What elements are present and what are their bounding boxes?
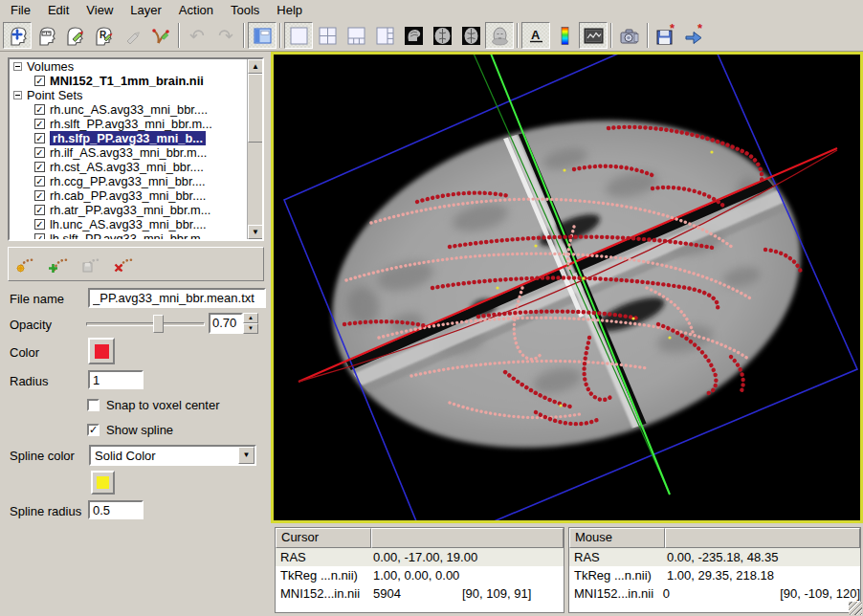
sagittal-view-icon[interactable]: [399, 22, 428, 49]
render-view-3d[interactable]: [271, 52, 863, 523]
cursor-table-header-spacer: [371, 528, 564, 548]
spin-up-icon[interactable]: ▲: [243, 313, 258, 323]
coord-space-label: RAS: [569, 548, 665, 566]
coronal-view-icon[interactable]: [428, 22, 456, 49]
screenshot-icon[interactable]: [615, 22, 644, 49]
resize-grip[interactable]: [849, 602, 862, 615]
file-name-input[interactable]: [88, 288, 266, 308]
tree-row[interactable]: rh.ccg_PP.avg33_mni_bbr....: [10, 174, 247, 188]
roi-edit-head-icon[interactable]: R: [89, 22, 118, 49]
edit-pencil-icon[interactable]: [118, 22, 146, 49]
menu-item[interactable]: Edit: [39, 1, 77, 19]
tree-scrollbar[interactable]: ▲ ▼: [247, 59, 262, 239]
tree-row[interactable]: lh.unc_AS.avg33_mni_bbr....: [10, 217, 247, 231]
tree-row[interactable]: rh.ilf_AS.avg33_mni_bbr.m...: [10, 145, 247, 160]
spin-down-icon[interactable]: ▼: [243, 323, 258, 334]
layer-visibility-checkbox[interactable]: [34, 162, 45, 172]
save-point-set-icon[interactable]: *: [652, 22, 680, 49]
layout-1x3h-icon[interactable]: [370, 22, 399, 49]
undo-icon[interactable]: ↶: [183, 22, 211, 49]
voxel-edit-head-icon[interactable]: [60, 22, 89, 49]
navigate-head-icon[interactable]: [3, 22, 32, 49]
layer-visibility-checkbox[interactable]: [34, 133, 45, 143]
tree-row[interactable]: rh.slft_PP.avg33_mni_bbr.m...: [10, 117, 247, 131]
layout-1x3-icon[interactable]: [342, 22, 370, 49]
layer-visibility-checkbox[interactable]: [34, 205, 45, 215]
tree-row-label: MNI152_T1_1mm_brain.nii: [50, 74, 204, 88]
tree-row[interactable]: rh.cab_PP.avg33_mni_bbr....: [10, 188, 247, 203]
layout-1x1-icon[interactable]: [284, 22, 313, 49]
opacity-spinbox[interactable]: 0.70 ▲▼: [209, 313, 258, 334]
new-pointset-icon[interactable]: [12, 251, 41, 277]
tree-row[interactable]: MNI152_T1_1mm_brain.nii: [10, 74, 247, 88]
redo-icon[interactable]: ↷: [211, 22, 240, 49]
mouse-table-title: Mouse: [569, 528, 665, 548]
view-3d-icon[interactable]: [485, 22, 514, 49]
save-pointset-icon[interactable]: [77, 251, 106, 277]
tree-row[interactable]: rh.slfp_PP.avg33_mni_b...: [10, 131, 247, 145]
coord-index: [782, 566, 789, 584]
coord-value: 1.00, 0.00, 0.00: [371, 566, 454, 584]
cursor-table-title: Cursor: [276, 528, 371, 548]
layer-visibility-checkbox[interactable]: [34, 119, 45, 129]
scrollbar-thumb[interactable]: [248, 74, 263, 143]
mouse-table-row: MNI152...in.nii 0 [90, -109, 120]: [569, 584, 860, 603]
snap-checkbox-row[interactable]: Snap to voxel center: [87, 398, 220, 412]
delete-pointset-icon[interactable]: [110, 251, 139, 277]
layer-tree[interactable]: Volumes MNI152_T1_1mm_brain.nii Point Se…: [8, 57, 264, 241]
opacity-slider[interactable]: [86, 322, 205, 326]
menu-bar: FileEditViewLayerActionToolsHelp: [0, 0, 863, 20]
path-tool-icon[interactable]: [146, 22, 175, 49]
layer-visibility-checkbox[interactable]: [34, 190, 45, 201]
menu-item[interactable]: Help: [268, 1, 311, 19]
tree-row[interactable]: rh.unc_AS.avg33_mni_bbr....: [10, 102, 247, 117]
show-spline-checkbox-row[interactable]: ✓ Show spline: [87, 423, 173, 437]
timecourse-icon[interactable]: [579, 22, 608, 49]
layer-visibility-checkbox[interactable]: [34, 233, 45, 239]
annotation-icon[interactable]: A: [521, 22, 550, 49]
colorbar-icon[interactable]: [550, 22, 579, 49]
menu-item[interactable]: View: [77, 1, 122, 19]
load-pointset-icon[interactable]: [45, 251, 74, 277]
scroll-down-icon[interactable]: ▼: [248, 225, 263, 239]
tree-expander-icon[interactable]: [13, 91, 22, 99]
application-window: FileEditViewLayerActionToolsHelp R ↶ ↷: [0, 0, 863, 616]
snap-checkbox[interactable]: [87, 399, 100, 411]
tree-expander-icon[interactable]: [13, 62, 22, 71]
scroll-up-icon[interactable]: ▲: [248, 59, 263, 74]
spline-radius-input[interactable]: [88, 500, 144, 519]
tree-row[interactable]: Point Sets: [10, 88, 247, 102]
show-spline-checkbox[interactable]: ✓: [87, 424, 100, 436]
color-swatch-button[interactable]: [88, 338, 115, 364]
opacity-slider-handle[interactable]: [153, 315, 164, 333]
show-spline-label: Show spline: [106, 423, 173, 437]
tree-row[interactable]: rh.atr_PP.avg33_mni_bbr.m...: [10, 203, 247, 217]
radius-input[interactable]: [88, 370, 144, 389]
menu-item[interactable]: Action: [170, 1, 222, 19]
measure-head-icon[interactable]: [32, 22, 60, 49]
tree-row-label: rh.atr_PP.avg33_mni_bbr.m...: [50, 203, 210, 217]
layout-2x2-icon[interactable]: [313, 22, 342, 49]
toolbar-separator: [178, 23, 180, 48]
menu-item[interactable]: File: [2, 1, 39, 19]
spline-color-dropdown[interactable]: Solid Color ▼: [89, 445, 256, 466]
menu-item[interactable]: Layer: [122, 1, 170, 19]
coord-space-label: MNI152...in.nii: [569, 584, 661, 603]
tree-row[interactable]: rh.cst_AS.avg33_mni_bbr....: [10, 160, 247, 174]
goto-point-icon[interactable]: *: [680, 22, 709, 49]
layer-visibility-checkbox[interactable]: [34, 147, 45, 158]
tree-row[interactable]: Volumes: [10, 59, 247, 74]
coord-index: [782, 548, 789, 566]
layer-visibility-checkbox[interactable]: [34, 219, 45, 230]
layer-visibility-checkbox[interactable]: [34, 176, 45, 187]
tree-row[interactable]: lh.slft_PP.avg33_mni_bbr.m: [10, 231, 247, 239]
spline-color-swatch-button[interactable]: [91, 471, 115, 495]
layer-visibility-checkbox[interactable]: [34, 76, 45, 86]
layer-visibility-checkbox[interactable]: [34, 104, 45, 115]
toolbar-separator: [243, 23, 245, 48]
opacity-value[interactable]: 0.70: [209, 313, 243, 334]
axial-view-icon[interactable]: [456, 22, 485, 49]
chevron-down-icon[interactable]: ▼: [238, 447, 254, 464]
menu-item[interactable]: Tools: [222, 1, 268, 19]
panel-toggle-icon[interactable]: [248, 22, 277, 49]
